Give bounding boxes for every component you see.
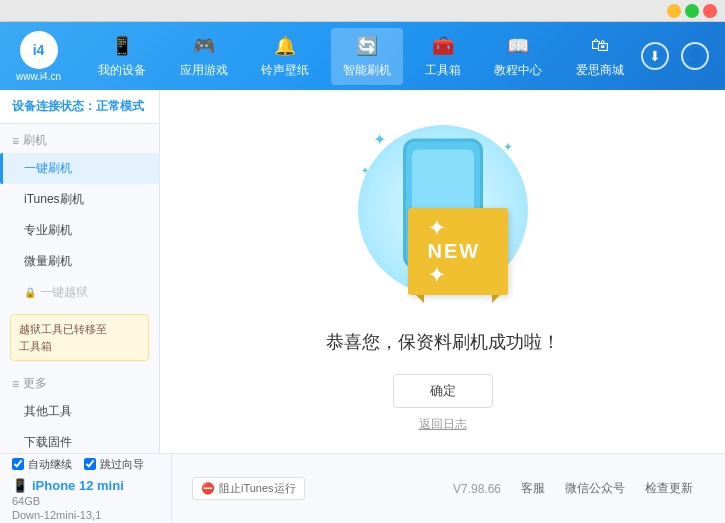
logo-url: www.i4.cn [16, 71, 61, 82]
jailbreak-label: 一键越狱 [40, 284, 88, 301]
stop-itunes-icon: ⛔ [201, 482, 215, 495]
maximize-button[interactable] [685, 4, 699, 18]
tutorials-icon: 📖 [506, 34, 530, 58]
sidebar: 设备连接状态：正常模式 ≡ 刷机 一键刷机 iTunes刷机 专业刷机 微量刷机… [0, 90, 160, 453]
window-controls[interactable] [667, 4, 717, 18]
sidebar-item-one-click[interactable]: 一键刷机 [0, 153, 159, 184]
header-right: ⬇ 👤 [641, 42, 709, 70]
status-label: 设备连接状态： [12, 99, 96, 113]
nav-store[interactable]: 🛍 爱思商城 [564, 28, 636, 85]
app-container: i4 www.i4.cn 📱 我的设备 🎮 应用游戏 🔔 铃声壁纸 🔄 智能刷机 [0, 22, 725, 523]
sidebar-item-download-fw[interactable]: 下载固件 [0, 427, 159, 453]
micro-label: 微量刷机 [24, 254, 72, 268]
nav-tutorials-label: 教程中心 [494, 62, 542, 79]
bottom-bar: 自动继续 跳过向导 📱 iPhone 12 mini 64GB Down-12m… [0, 453, 725, 523]
my-device-icon: 📱 [110, 34, 134, 58]
device-icon: 📱 [12, 478, 28, 493]
status-bar: 设备连接状态：正常模式 [0, 90, 159, 124]
checkbox-wizard[interactable]: 跳过向导 [84, 457, 144, 472]
warning-text: 越狱工具已转移至工具箱 [19, 323, 107, 352]
sidebar-item-jailbreak: 🔒 一键越狱 [0, 277, 159, 308]
nav-smart-flash-label: 智能刷机 [343, 62, 391, 79]
sparkle-3: ✦ [361, 165, 369, 176]
content-area: 设备连接状态：正常模式 ≡ 刷机 一键刷机 iTunes刷机 专业刷机 微量刷机… [0, 90, 725, 453]
nav-my-device-label: 我的设备 [98, 62, 146, 79]
checkboxes: 自动继续 跳过向导 [12, 457, 163, 472]
device-model: Down-12mini-13,1 [12, 509, 163, 521]
checkbox-auto-label: 自动继续 [28, 457, 72, 472]
lock-icon: 🔒 [24, 287, 36, 298]
logo-icon: i4 [20, 31, 58, 69]
status-value: 正常模式 [96, 99, 144, 113]
nav-store-label: 爱思商城 [576, 62, 624, 79]
sidebar-item-other-tools[interactable]: 其他工具 [0, 396, 159, 427]
new-text: NEW [428, 240, 481, 262]
ribbon-tail-right [492, 295, 500, 303]
confirm-button[interactable]: 确定 [393, 374, 493, 408]
one-click-label: 一键刷机 [24, 161, 72, 175]
header: i4 www.i4.cn 📱 我的设备 🎮 应用游戏 🔔 铃声壁纸 🔄 智能刷机 [0, 22, 725, 90]
close-button[interactable] [703, 4, 717, 18]
nav-ringtone[interactable]: 🔔 铃声壁纸 [249, 28, 321, 85]
nav-tutorials[interactable]: 📖 教程中心 [482, 28, 554, 85]
checkbox-wizard-input[interactable] [84, 458, 96, 470]
user-icon: 👤 [687, 48, 704, 64]
wechat-link[interactable]: 微信公众号 [565, 480, 625, 497]
logo-text: i4 [33, 42, 45, 58]
ribbon-body: ✦ NEW ✦ [408, 208, 508, 295]
nav-smart-flash[interactable]: 🔄 智能刷机 [331, 28, 403, 85]
nav-apps-games[interactable]: 🎮 应用游戏 [168, 28, 240, 85]
device-storage: 64GB [12, 495, 163, 507]
device-info: 📱 iPhone 12 mini 64GB Down-12mini-13,1 [12, 478, 163, 521]
nav-toolbox[interactable]: 🧰 工具箱 [413, 28, 473, 85]
version-text: V7.98.66 [453, 482, 501, 496]
other-tools-label: 其他工具 [24, 404, 72, 418]
checkbox-wizard-label: 跳过向导 [100, 457, 144, 472]
apps-games-icon: 🎮 [192, 34, 216, 58]
main-content: ✦ ✦ ✦ ✦ NEW ✦ 恭喜您，保资料刷机成功啦！ 确定 返 [160, 90, 725, 453]
user-button[interactable]: 👤 [681, 42, 709, 70]
check-update-link[interactable]: 检查更新 [645, 480, 693, 497]
warning-box: 越狱工具已转移至工具箱 [10, 314, 149, 361]
download-icon: ⬇ [649, 48, 661, 64]
checkbox-auto[interactable]: 自动继续 [12, 457, 72, 472]
stop-itunes-label: 阻止iTunes运行 [219, 481, 296, 496]
nav-bar: 📱 我的设备 🎮 应用游戏 🔔 铃声壁纸 🔄 智能刷机 🧰 工具箱 📖 [81, 28, 641, 85]
device-name-row: 📱 iPhone 12 mini [12, 478, 163, 493]
itunes-label: iTunes刷机 [24, 192, 84, 206]
download-fw-label: 下载固件 [24, 435, 72, 449]
sparkle-1: ✦ [373, 130, 386, 149]
toolbox-icon: 🧰 [431, 34, 455, 58]
download-button[interactable]: ⬇ [641, 42, 669, 70]
section-more-label: 更多 [23, 375, 47, 392]
bottom-left: 自动继续 跳过向导 📱 iPhone 12 mini 64GB Down-12m… [12, 454, 172, 523]
back-link[interactable]: 返回日志 [419, 416, 467, 433]
logo-area: i4 www.i4.cn [16, 31, 61, 82]
minimize-button[interactable] [667, 4, 681, 18]
sidebar-item-micro[interactable]: 微量刷机 [0, 246, 159, 277]
service-link[interactable]: 客服 [521, 480, 545, 497]
device-name-text: iPhone 12 mini [32, 478, 124, 493]
section-more-icon: ≡ [12, 377, 19, 391]
section-flash-label: 刷机 [23, 132, 47, 149]
sidebar-item-itunes[interactable]: iTunes刷机 [0, 184, 159, 215]
sidebar-item-pro[interactable]: 专业刷机 [0, 215, 159, 246]
success-text: 恭喜您，保资料刷机成功啦！ [326, 330, 560, 354]
nav-toolbox-label: 工具箱 [425, 62, 461, 79]
sparkle-2: ✦ [503, 140, 513, 154]
section-flash-icon: ≡ [12, 134, 19, 148]
section-flash: ≡ 刷机 [0, 124, 159, 153]
success-illustration: ✦ ✦ ✦ ✦ NEW ✦ [343, 110, 543, 310]
nav-my-device[interactable]: 📱 我的设备 [86, 28, 158, 85]
stop-itunes-button[interactable]: ⛔ 阻止iTunes运行 [192, 477, 305, 500]
smart-flash-icon: 🔄 [355, 34, 379, 58]
title-bar [0, 0, 725, 22]
store-icon: 🛍 [588, 34, 612, 58]
star-left: ✦ [428, 217, 447, 239]
nav-apps-games-label: 应用游戏 [180, 62, 228, 79]
bottom-right: ⛔ 阻止iTunes运行 V7.98.66 客服 微信公众号 检查更新 [172, 477, 713, 500]
nav-ringtone-label: 铃声壁纸 [261, 62, 309, 79]
checkbox-auto-input[interactable] [12, 458, 24, 470]
ribbon-tail-left [416, 295, 424, 303]
footer-links: V7.98.66 客服 微信公众号 检查更新 [453, 480, 693, 497]
